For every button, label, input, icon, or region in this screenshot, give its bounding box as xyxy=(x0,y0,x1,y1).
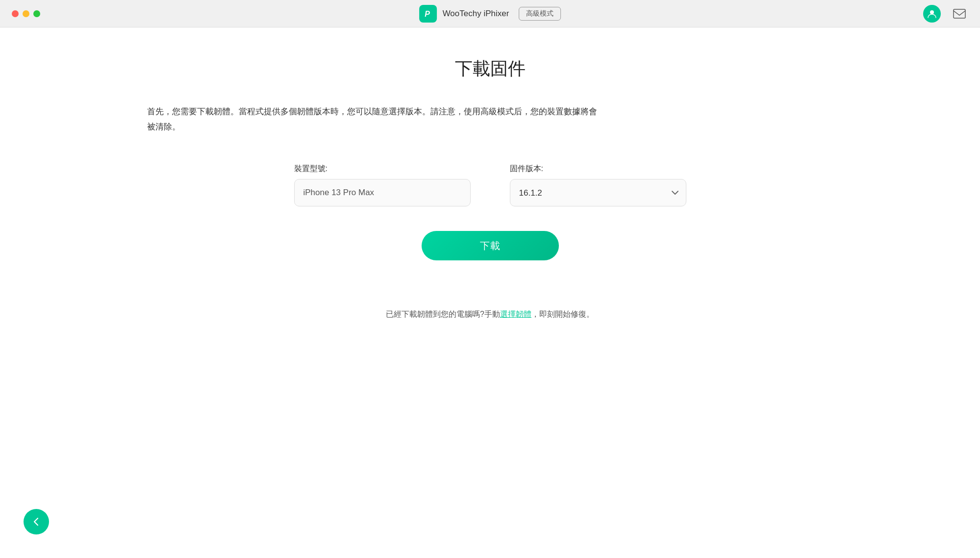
device-model-label: 裝置型號: xyxy=(294,164,471,174)
titlebar-center: P WooTechy iPhixer 高級模式 xyxy=(419,5,561,23)
form-section: 裝置型號: 固件版本: 16.1.2 16.1.1 16.1 16.0.3 xyxy=(294,164,686,206)
svg-text:P: P xyxy=(425,10,430,18)
svg-rect-3 xyxy=(954,9,965,18)
select-firmware-link[interactable]: 選擇韌體 xyxy=(500,310,531,318)
page-title: 下載固件 xyxy=(455,57,526,81)
titlebar-left xyxy=(12,10,44,17)
already-downloaded-suffix: ，即刻開始修復。 xyxy=(531,310,594,318)
back-button[interactable] xyxy=(24,509,49,534)
mail-icon[interactable] xyxy=(951,5,968,23)
svg-point-2 xyxy=(930,10,934,14)
description-line1: 首先，您需要下載韌體。當程式提供多個韌體版本時，您可以隨意選擇版本。請注意，使用… xyxy=(147,107,597,116)
titlebar: P WooTechy iPhixer 高級模式 xyxy=(0,0,980,27)
download-button[interactable]: 下載 xyxy=(422,231,559,260)
firmware-version-group: 固件版本: 16.1.2 16.1.1 16.1 16.0.3 xyxy=(510,164,686,206)
already-downloaded-section: 已經下載韌體到您的電腦嗎?手動選擇韌體，即刻開始修復。 xyxy=(386,309,594,320)
firmware-select-wrapper: 16.1.2 16.1.1 16.1 16.0.3 xyxy=(510,179,686,206)
traffic-lights xyxy=(12,10,40,17)
description-line2: 被清除。 xyxy=(147,122,180,131)
advanced-mode-button[interactable]: 高級模式 xyxy=(519,7,561,21)
already-downloaded-prefix: 已經下載韌體到您的電腦嗎?手動 xyxy=(386,310,500,318)
app-logo: P xyxy=(419,5,437,23)
description: 首先，您需要下載韌體。當程式提供多個韌體版本時，您可以隨意選擇版本。請注意，使用… xyxy=(147,104,597,134)
user-icon[interactable] xyxy=(923,5,941,23)
traffic-light-green[interactable] xyxy=(33,10,40,17)
main-content: 下載固件 首先，您需要下載韌體。當程式提供多個韌體版本時，您可以隨意選擇版本。請… xyxy=(0,27,980,558)
device-model-input[interactable] xyxy=(294,179,471,206)
traffic-light-yellow[interactable] xyxy=(23,10,29,17)
app-name-label: WooTechy iPhixer xyxy=(443,9,509,19)
firmware-version-label: 固件版本: xyxy=(510,164,686,174)
traffic-light-red[interactable] xyxy=(12,10,19,17)
device-model-group: 裝置型號: xyxy=(294,164,471,206)
firmware-version-select[interactable]: 16.1.2 16.1.1 16.1 16.0.3 xyxy=(510,179,686,206)
titlebar-right xyxy=(923,5,968,23)
